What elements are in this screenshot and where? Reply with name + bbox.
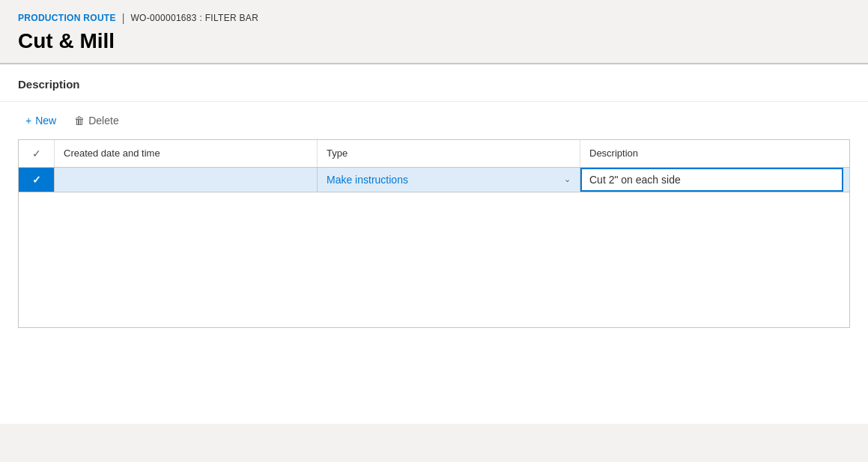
table-row: ✓ Make instructions ⌄ Cut 2" on each sid…	[19, 168, 849, 192]
row-type-dropdown[interactable]: Make instructions ⌄	[318, 168, 580, 192]
plus-icon: +	[25, 115, 31, 127]
row-type-label: Make instructions	[327, 174, 408, 186]
delete-button[interactable]: 🗑 Delete	[67, 111, 126, 130]
page-title: Cut & Mill	[18, 28, 850, 54]
breadcrumb-wo: WO-000001683 : FILTER BAR	[130, 13, 258, 23]
column-header-description: Description	[580, 140, 843, 167]
row-created-date[interactable]	[55, 168, 318, 192]
row-description[interactable]: Cut 2" on each side	[580, 168, 843, 192]
column-header-created-date: Created date and time	[55, 140, 318, 167]
header-area: PRODUCTION ROUTE | WO-000001683 : FILTER…	[0, 0, 868, 63]
content-area: Description + New 🗑 Delete ✓ Created dat…	[0, 64, 868, 424]
header-checkmark-icon: ✓	[32, 148, 41, 159]
trash-icon: 🗑	[74, 115, 85, 127]
row-checkmark-icon: ✓	[32, 174, 41, 186]
table: ✓ Created date and time Type Description…	[18, 139, 850, 328]
breadcrumb-production-route[interactable]: PRODUCTION ROUTE	[18, 13, 116, 23]
breadcrumb-separator: |	[122, 12, 125, 24]
breadcrumb: PRODUCTION ROUTE | WO-000001683 : FILTER…	[18, 12, 850, 24]
toolbar: + New 🗑 Delete	[0, 102, 868, 139]
table-empty-area	[19, 192, 849, 327]
column-header-type: Type	[318, 140, 580, 167]
new-label: New	[35, 115, 56, 127]
delete-label: Delete	[88, 115, 118, 127]
header-checkbox-cell: ✓	[19, 140, 55, 167]
section-header: Description	[0, 64, 868, 102]
section-title: Description	[18, 78, 80, 91]
new-button[interactable]: + New	[18, 111, 64, 130]
table-header: ✓ Created date and time Type Description	[19, 140, 849, 168]
chevron-down-icon: ⌄	[564, 174, 571, 184]
row-checkbox-cell[interactable]: ✓	[19, 168, 55, 192]
